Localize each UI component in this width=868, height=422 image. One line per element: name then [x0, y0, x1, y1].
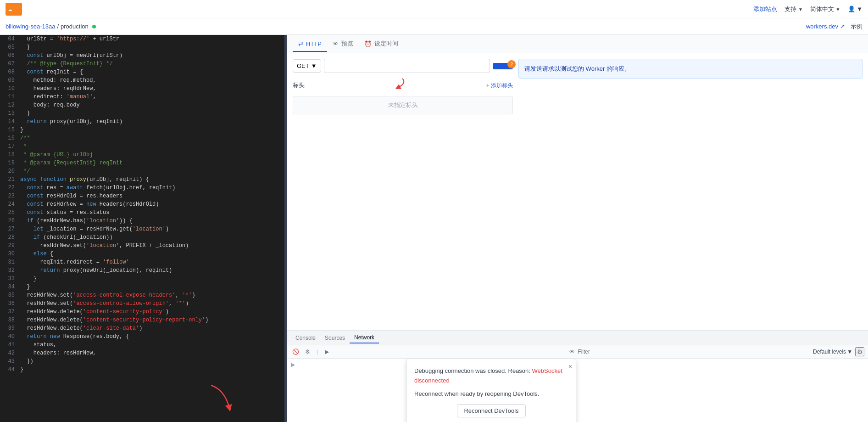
- line-content: resHdrNew.delete('clear-site-data'): [18, 324, 284, 332]
- line-number: 11: [0, 93, 18, 101]
- code-token: *: [20, 143, 27, 150]
- line-number: 32: [0, 266, 18, 275]
- code-line: 29 resHdrNew.set('location', PREFIX + _l…: [0, 242, 284, 250]
- code-line: 06 const urlObj = newUrl(urlStr): [0, 51, 284, 60]
- code-token: ): [166, 226, 169, 232]
- line-content: resHdrNew.set('location', PREFIX + _loca…: [18, 242, 284, 250]
- line-number: 20: [0, 167, 18, 175]
- line-content: headers: resHdrNew,: [18, 349, 284, 357]
- add-header-btn[interactable]: + 添加标头: [486, 82, 513, 90]
- show-example-btn[interactable]: 示例: [851, 23, 862, 31]
- code-token: resHdrNew.set(: [20, 292, 73, 298]
- code-token: + urlStr: [89, 36, 119, 42]
- line-content: const reqInit = {: [18, 68, 284, 76]
- filter-input[interactable]: [578, 349, 810, 355]
- line-content: const status = res.status: [18, 208, 284, 217]
- url-input[interactable]: [324, 59, 490, 73]
- code-token: const: [27, 69, 43, 75]
- code-editor[interactable]: 04 urlStr = 'https://' + urlStr05 }06 co…: [0, 35, 284, 422]
- console-expand-icon[interactable]: ▶: [291, 361, 295, 368]
- cf-logo: ☁: [6, 3, 22, 16]
- breadcrumb-separator: /: [57, 23, 59, 30]
- line-content: }: [18, 366, 284, 374]
- console-tab-console[interactable]: Console: [291, 333, 320, 343]
- workers-dev-link[interactable]: workers.dev ↗: [806, 23, 845, 30]
- code-token: new: [86, 201, 96, 208]
- code-token: ,: [175, 292, 182, 298]
- code-line: 37 resHdrNew.delete('content-security-po…: [0, 308, 284, 316]
- reconnect-btn[interactable]: Reconnect DevTools: [457, 404, 525, 417]
- code-token: return: [27, 333, 46, 340]
- code-line: 10 headers: reqHdrNew,: [0, 84, 284, 93]
- debug-popup-reconnect-area: Reconnect DevTools: [414, 404, 568, 417]
- line-content: /**: [18, 134, 284, 142]
- code-line: 39 resHdrNew.delete('clear-site-data'): [0, 324, 284, 332]
- account-btn[interactable]: 👤 ▼: [848, 6, 862, 12]
- console-tab-sources[interactable]: Sources: [320, 333, 350, 343]
- default-levels-btn[interactable]: Default levels ▼: [813, 349, 852, 355]
- code-token: 'location': [133, 226, 166, 232]
- status-dot: [92, 25, 96, 28]
- code-token: proxy(newUrl(_location), reqInit): [60, 267, 172, 274]
- code-line: 20 */: [0, 167, 284, 175]
- debug-popup-close-btn[interactable]: ×: [568, 363, 572, 370]
- code-token: resHdrNew =: [43, 201, 86, 208]
- code-token: '*': [175, 300, 185, 307]
- code-token: )) {: [119, 218, 133, 224]
- line-number: 38: [0, 316, 18, 324]
- code-token: redirect:: [20, 94, 67, 100]
- console-settings-btn[interactable]: ⚙: [855, 347, 864, 356]
- code-token: , PREFIX + _location): [119, 242, 189, 249]
- line-number: 17: [0, 142, 18, 151]
- line-content: const resHdrNew = new Headers(resHdrOld): [18, 200, 284, 208]
- line-content: const resHdrOld = res.headers: [18, 192, 284, 200]
- arrow-pointer-1: [384, 79, 407, 92]
- tab-schedule[interactable]: ⏰ 设定时间: [359, 36, 404, 52]
- line-content: }: [18, 275, 284, 283]
- line-number: 16: [0, 134, 18, 142]
- send-button[interactable]: 2: [493, 63, 513, 69]
- code-token: function: [40, 176, 70, 183]
- line-number: 13: [0, 109, 18, 118]
- line-number: 05: [0, 43, 18, 51]
- console-clear-btn[interactable]: 🚫: [291, 347, 300, 356]
- add-site-link[interactable]: 添加站点: [753, 5, 777, 13]
- http-tab-label: HTTP: [306, 40, 322, 47]
- code-token: (resHdrNew.has(: [33, 218, 86, 224]
- method-select[interactable]: GET ▼: [293, 59, 321, 73]
- console-play-btn[interactable]: ▶: [323, 347, 332, 356]
- line-number: 22: [0, 184, 18, 192]
- console-tab-network[interactable]: Network: [350, 332, 379, 343]
- code-token: reqInit.redirect =: [20, 259, 103, 265]
- environment-label: production: [61, 23, 89, 30]
- line-content: /** @type {RequestInit} */: [18, 60, 284, 68]
- code-line: 21async function proxy(urlObj, reqInit) …: [0, 175, 284, 184]
- code-token: method: req.method,: [20, 77, 96, 84]
- line-number: 25: [0, 208, 18, 217]
- send-badge: 2: [507, 60, 516, 68]
- console-filter-btn[interactable]: ⚙: [303, 347, 312, 356]
- code-token: (urlObj, reqInit) {: [86, 176, 149, 183]
- tab-preview[interactable]: 👁 预览: [327, 36, 359, 52]
- line-content: }: [18, 283, 284, 291]
- line-number: 33: [0, 275, 18, 283]
- line-number: 18: [0, 151, 18, 159]
- headers-label: 标头: [293, 81, 305, 90]
- code-token: 'https://': [56, 36, 89, 42]
- line-number: 28: [0, 233, 18, 242]
- line-number: 23: [0, 192, 18, 200]
- debug-popup: × Debugging connection was closed. Reaso…: [406, 359, 576, 422]
- project-link[interactable]: billowing-sea-13aa: [6, 23, 55, 30]
- support-btn[interactable]: 支持 ▼: [785, 5, 803, 13]
- code-token: const: [27, 201, 43, 208]
- language-btn[interactable]: 简体中文 ▼: [810, 5, 840, 13]
- code-line: 04 urlStr = 'https://' + urlStr: [0, 35, 284, 43]
- code-token: '*': [182, 292, 192, 298]
- code-token: [20, 226, 33, 232]
- tab-http[interactable]: ⇄ HTTP: [293, 37, 327, 52]
- code-token: ): [192, 292, 195, 298]
- line-content: */: [18, 167, 284, 175]
- code-token: const: [27, 52, 43, 59]
- http-tab-icon: ⇄: [298, 40, 303, 47]
- code-token: 'clear-site-data': [83, 325, 139, 332]
